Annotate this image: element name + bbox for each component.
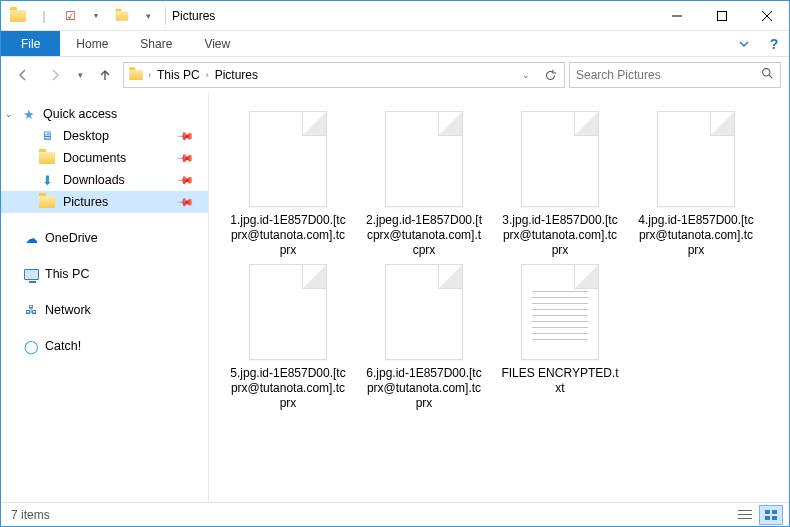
- file-item[interactable]: 2.jpeg.id-1E857D00.[tcprx@tutanota.com].…: [365, 111, 483, 258]
- chevron-right-icon[interactable]: ›: [148, 70, 151, 80]
- close-button[interactable]: [744, 1, 789, 30]
- home-tab[interactable]: Home: [60, 31, 124, 56]
- file-name: 5.jpg.id-1E857D00.[tcprx@tutanota.com].t…: [229, 366, 347, 411]
- pin-icon: 📌: [175, 170, 194, 189]
- share-tab[interactable]: Share: [124, 31, 188, 56]
- folder-icon: [39, 150, 55, 166]
- svg-rect-9: [765, 510, 770, 514]
- back-button[interactable]: [9, 61, 37, 89]
- network-icon: 🖧: [23, 302, 39, 318]
- svg-rect-11: [765, 516, 770, 520]
- svg-line-5: [769, 75, 772, 78]
- blank-file-icon: [385, 264, 463, 360]
- maximize-button[interactable]: [699, 1, 744, 30]
- nav-label: Desktop: [63, 129, 109, 143]
- sidebar-item-this-pc[interactable]: This PC: [1, 263, 208, 285]
- file-item[interactable]: 4.jpg.id-1E857D00.[tcprx@tutanota.com].t…: [637, 111, 755, 258]
- large-icons-view-button[interactable]: [759, 505, 783, 525]
- svg-rect-10: [772, 510, 777, 514]
- customize-qat-icon[interactable]: ▾: [137, 5, 159, 27]
- item-count: 7 items: [11, 508, 50, 522]
- sidebar-item-network[interactable]: 🖧 Network: [1, 299, 208, 321]
- window-controls: [654, 1, 789, 30]
- sidebar-item-downloads[interactable]: ⬇ Downloads 📌: [1, 169, 208, 191]
- file-item[interactable]: 6.jpg.id-1E857D00.[tcprx@tutanota.com].t…: [365, 264, 483, 411]
- downloads-icon: ⬇: [39, 172, 55, 188]
- pin-icon: 📌: [175, 126, 194, 145]
- file-name: 3.jpg.id-1E857D00.[tcprx@tutanota.com].t…: [501, 213, 619, 258]
- page-fold-icon: [574, 265, 598, 289]
- file-name: 2.jpeg.id-1E857D00.[tcprx@tutanota.com].…: [365, 213, 483, 258]
- nav-label: Downloads: [63, 173, 125, 187]
- cloud-icon: ☁: [23, 230, 39, 246]
- blank-file-icon: [249, 264, 327, 360]
- sidebar-item-pictures[interactable]: Pictures 📌: [1, 191, 208, 213]
- navigation-pane: ⌄ ★ Quick access 🖥 Desktop 📌 Documents 📌…: [1, 93, 209, 504]
- properties-qat-icon[interactable]: ☑: [59, 5, 81, 27]
- sidebar-item-documents[interactable]: Documents 📌: [1, 147, 208, 169]
- blank-file-icon: [249, 111, 327, 207]
- sidebar-item-onedrive[interactable]: ☁ OneDrive: [1, 227, 208, 249]
- address-dropdown-icon[interactable]: ⌄: [516, 65, 536, 85]
- quick-access-header[interactable]: ⌄ ★ Quick access: [1, 103, 208, 125]
- page-fold-icon: [438, 112, 462, 136]
- nav-label: Catch!: [45, 339, 81, 353]
- title-bar: | ☑ ▾ ▾ Pictures: [1, 1, 789, 31]
- file-item[interactable]: 3.jpg.id-1E857D00.[tcprx@tutanota.com].t…: [501, 111, 619, 258]
- file-name: 1.jpg.id-1E857D00.[tcprx@tutanota.com].t…: [229, 213, 347, 258]
- desktop-icon: 🖥: [39, 128, 55, 144]
- file-name: FILES ENCRYPTED.txt: [501, 366, 619, 396]
- nav-label: OneDrive: [45, 231, 98, 245]
- catch-icon: ◯: [23, 338, 39, 354]
- chevron-right-icon[interactable]: ›: [206, 70, 209, 80]
- svg-point-4: [763, 69, 770, 76]
- details-view-button[interactable]: [733, 505, 757, 525]
- qat-dropdown-icon[interactable]: ▾: [85, 5, 107, 27]
- refresh-icon[interactable]: [540, 65, 560, 85]
- qat-separator: |: [33, 5, 55, 27]
- star-icon: ★: [21, 106, 37, 122]
- folder-icon: [39, 194, 55, 210]
- forward-button[interactable]: [41, 61, 69, 89]
- address-bar-row: ▾ › This PC › Pictures ⌄ Search Pictures: [1, 57, 789, 93]
- up-button[interactable]: [91, 61, 119, 89]
- svg-rect-12: [772, 516, 777, 520]
- explorer-icon: [7, 5, 29, 27]
- sidebar-item-desktop[interactable]: 🖥 Desktop 📌: [1, 125, 208, 147]
- blank-file-icon: [521, 111, 599, 207]
- breadcrumb-label: This PC: [157, 68, 200, 82]
- search-icon[interactable]: [761, 67, 774, 83]
- body: ⌄ ★ Quick access 🖥 Desktop 📌 Documents 📌…: [1, 93, 789, 504]
- breadcrumb-this-pc[interactable]: This PC: [155, 68, 202, 82]
- ribbon-expand-icon[interactable]: [729, 31, 759, 56]
- breadcrumb-pictures[interactable]: Pictures: [213, 68, 260, 82]
- sidebar-item-catch[interactable]: ◯ Catch!: [1, 335, 208, 357]
- svg-rect-1: [717, 11, 726, 20]
- file-name: 6.jpg.id-1E857D00.[tcprx@tutanota.com].t…: [365, 366, 483, 411]
- page-fold-icon: [574, 112, 598, 136]
- address-bar[interactable]: › This PC › Pictures ⌄: [123, 62, 565, 88]
- blank-file-icon: [657, 111, 735, 207]
- window-title: Pictures: [172, 9, 215, 23]
- pin-icon: 📌: [175, 148, 194, 167]
- file-item[interactable]: 1.jpg.id-1E857D00.[tcprx@tutanota.com].t…: [229, 111, 347, 258]
- pin-icon: 📌: [175, 192, 194, 211]
- file-tab[interactable]: File: [1, 31, 60, 56]
- view-tab[interactable]: View: [188, 31, 246, 56]
- nav-label: Documents: [63, 151, 126, 165]
- page-fold-icon: [710, 112, 734, 136]
- recent-dropdown-icon[interactable]: ▾: [73, 61, 87, 89]
- ribbon: File Home Share View ?: [1, 31, 789, 57]
- help-icon[interactable]: ?: [759, 31, 789, 56]
- file-item[interactable]: FILES ENCRYPTED.txt: [501, 264, 619, 411]
- search-input[interactable]: Search Pictures: [569, 62, 781, 88]
- minimize-button[interactable]: [654, 1, 699, 30]
- svg-rect-8: [738, 518, 752, 519]
- page-fold-icon: [302, 112, 326, 136]
- location-icon: [128, 69, 144, 81]
- new-folder-qat-icon[interactable]: [111, 5, 133, 27]
- expand-icon[interactable]: ⌄: [5, 109, 15, 119]
- file-item[interactable]: 5.jpg.id-1E857D00.[tcprx@tutanota.com].t…: [229, 264, 347, 411]
- svg-rect-6: [738, 510, 752, 511]
- breadcrumb-label: Pictures: [215, 68, 258, 82]
